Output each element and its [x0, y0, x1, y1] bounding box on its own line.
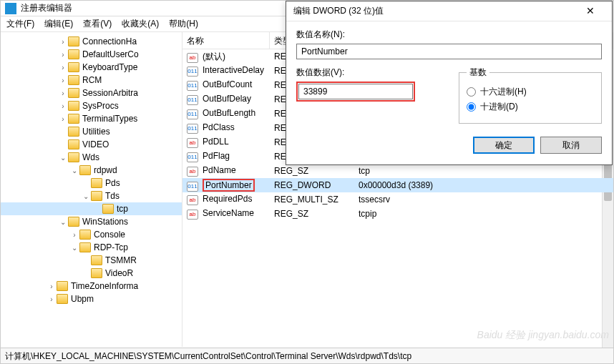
expander-icon[interactable]: ›: [58, 102, 68, 110]
tree-item-rcm[interactable]: ›RCM: [1, 74, 182, 87]
tree-label: DefaultUserCo: [82, 49, 139, 59]
expander-icon[interactable]: ›: [58, 77, 68, 84]
tree-item-keyboardtype[interactable]: ›KeyboardType: [1, 61, 182, 74]
folder-icon: [79, 165, 91, 175]
value-name: RequiredPds: [203, 194, 252, 204]
statusbar: 计算机\HKEY_LOCAL_MACHINE\SYSTEM\CurrentCon…: [1, 348, 613, 363]
tree-item-utilities[interactable]: Utilities: [1, 125, 182, 138]
tree-label: Wds: [82, 152, 99, 162]
folder-icon: [91, 255, 102, 265]
value-data-input[interactable]: [298, 84, 413, 99]
tree-item-tds[interactable]: ⌄Tds: [1, 190, 182, 202]
expander-icon[interactable]: ⌄: [81, 192, 91, 200]
tree-item-winstations[interactable]: ⌄WinStations: [1, 215, 182, 228]
registry-tree[interactable]: ›ConnectionHa›DefaultUserCo›KeyboardType…: [1, 32, 182, 347]
status-path: 计算机\HKEY_LOCAL_MACHINE\SYSTEM\CurrentCon…: [5, 351, 411, 361]
menu-favorites[interactable]: 收藏夹(A): [122, 18, 159, 30]
tree-label: tcp: [117, 204, 128, 214]
tree-item-timezoneinforma[interactable]: ›TimeZoneInforma: [1, 280, 182, 292]
tree-item-wds[interactable]: ⌄Wds: [1, 151, 182, 164]
tree-item-tsmmr[interactable]: TSMMR: [1, 254, 182, 267]
list-row[interactable]: abServiceNameREG_SZtcpip: [182, 207, 613, 221]
tree-item-rdpwd[interactable]: ⌄rdpwd: [1, 164, 182, 177]
cancel-button[interactable]: 取消: [540, 137, 602, 154]
menu-edit[interactable]: 编辑(E): [44, 18, 73, 30]
highlighted-name: PortNumber: [203, 179, 255, 192]
tree-item-connectionha[interactable]: ›ConnectionHa: [1, 35, 182, 48]
tree-label: VideoR: [105, 268, 133, 278]
value-data: tssecsrv: [354, 193, 613, 206]
expander-icon[interactable]: ›: [47, 295, 57, 303]
folder-icon: [79, 230, 91, 240]
value-type: REG_SZ: [270, 164, 354, 177]
tree-label: TSMMR: [105, 255, 137, 265]
expander-icon[interactable]: ›: [58, 64, 68, 72]
dec-radio[interactable]: [467, 102, 476, 112]
expander-icon[interactable]: ›: [58, 51, 68, 59]
tree-label: Utilities: [82, 127, 110, 137]
tree-label: RCM: [82, 75, 102, 85]
tree-item-rdp-tcp[interactable]: ⌄RDP-Tcp: [1, 241, 182, 254]
expander-icon[interactable]: ⌄: [58, 154, 68, 162]
tree-item-pds[interactable]: Pds: [1, 177, 182, 190]
string-icon: ab: [187, 195, 198, 205]
tree-item-sysprocs[interactable]: ›SysProcs: [1, 99, 182, 112]
value-name: (默认): [203, 51, 225, 62]
value-name: PdDLL: [203, 137, 229, 147]
tree-label: Ubpm: [71, 294, 94, 304]
string-icon: ab: [187, 210, 198, 220]
hex-radio[interactable]: [467, 87, 476, 97]
string-icon: ab: [187, 167, 198, 177]
tree-item-ubpm[interactable]: ›Ubpm: [1, 292, 182, 305]
binary-icon: 011: [187, 67, 198, 77]
value-data: 0x00000d3d (3389): [354, 179, 613, 192]
menu-file[interactable]: 文件(F): [6, 18, 34, 30]
folder-icon: [68, 62, 79, 72]
tree-item-console[interactable]: ›Console: [1, 228, 182, 241]
tree-item-video[interactable]: VIDEO: [1, 138, 182, 151]
menu-view[interactable]: 查看(V): [83, 18, 112, 30]
expander-icon[interactable]: ›: [58, 38, 68, 46]
ok-button[interactable]: 确定: [473, 137, 535, 154]
value-name-input[interactable]: [296, 44, 602, 59]
expander-icon[interactable]: ⌄: [69, 167, 79, 174]
value-data: tcpip: [354, 207, 613, 220]
folder-icon: [68, 114, 79, 124]
edit-dword-dialog: 编辑 DWORD (32 位)值 ✕ 数值名称(N): 数值数据(V): 基数 …: [286, 1, 613, 165]
tree-label: Console: [94, 230, 125, 240]
tree-item-sessionarbitra[interactable]: ›SessionArbitra: [1, 87, 182, 99]
folder-icon: [68, 36, 79, 46]
menu-help[interactable]: 帮助(H): [169, 18, 198, 30]
dec-label: 十进制(D): [480, 101, 518, 113]
expander-icon[interactable]: ›: [47, 282, 57, 290]
folder-icon: [79, 242, 91, 252]
header-name[interactable]: 名称: [182, 32, 270, 49]
expander-icon[interactable]: ⌄: [69, 244, 79, 252]
tree-item-terminaltypes[interactable]: ›TerminalTypes: [1, 112, 182, 125]
tree-label: RDP-Tcp: [94, 242, 128, 252]
app-icon: [5, 3, 16, 14]
expander-icon[interactable]: ›: [58, 89, 68, 97]
tree-label: SysProcs: [82, 101, 119, 111]
tree-label: ConnectionHa: [82, 36, 137, 46]
tree-item-videor[interactable]: VideoR: [1, 267, 182, 280]
folder-icon: [57, 294, 68, 304]
expander-icon[interactable]: ›: [69, 231, 79, 239]
value-name: PdName: [203, 165, 236, 175]
expander-icon[interactable]: ⌄: [58, 218, 68, 226]
binary-icon: 011: [187, 95, 198, 105]
base-fieldset: 基数 十六进制(H) 十进制(D): [459, 67, 602, 124]
dialog-title: 编辑 DWORD (32 位)值: [293, 5, 384, 17]
list-row[interactable]: abPdNameREG_SZtcp: [182, 164, 613, 178]
close-icon[interactable]: ✕: [576, 1, 605, 21]
folder-icon: [68, 127, 79, 137]
list-row[interactable]: abRequiredPdsREG_MULTI_SZtssecsrv: [182, 192, 613, 207]
tree-label: SessionArbitra: [82, 88, 138, 98]
string-icon: ab: [187, 53, 198, 63]
list-row[interactable]: 011PortNumberREG_DWORD0x00000d3d (3389): [182, 178, 613, 192]
expander-icon[interactable]: ›: [58, 115, 68, 123]
value-name-label: 数值名称(N):: [296, 29, 602, 41]
tree-item-tcp[interactable]: tcp: [1, 202, 182, 215]
tree-label: TerminalTypes: [82, 114, 137, 124]
tree-item-defaultuserco[interactable]: ›DefaultUserCo: [1, 48, 182, 61]
